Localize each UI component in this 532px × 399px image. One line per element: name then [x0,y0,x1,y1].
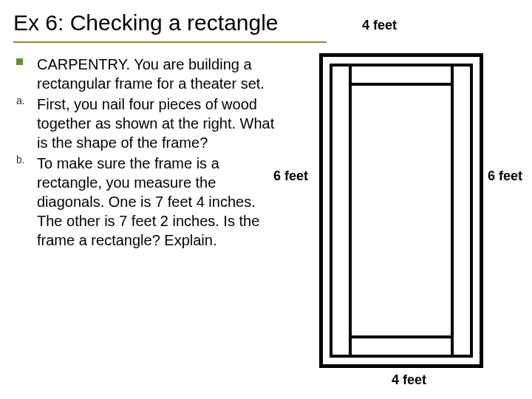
slide: Ex 6: Checking a rectangle 4 feet CARPEN… [0,0,532,399]
frame-figure [319,53,483,368]
marker-a: a. [16,95,37,152]
figure-area: 6 feet 6 feet 4 feet [273,53,525,386]
text-b: To make sure the frame is a rectangle, y… [37,154,279,250]
text-a: First, you nail four pieces of wood toge… [37,95,279,152]
intro-text: CARPENTRY. You are building a rectangula… [37,55,279,93]
marker-b: b. [16,154,37,250]
frame-piece-right [451,64,473,358]
item-b: b. To make sure the frame is a rectangle… [16,154,279,250]
item-intro: CARPENTRY. You are building a rectangula… [16,55,279,93]
label-right: 6 feet [488,168,522,184]
label-bottom: 4 feet [392,372,426,388]
slide-title: Ex 6: Checking a rectangle [13,10,327,43]
frame-piece-left [330,64,352,358]
text-column: CARPENTRY. You are building a rectangula… [13,55,279,251]
item-a: a. First, you nail four pieces of wood t… [16,95,279,152]
label-top: 4 feet [362,18,397,33]
bullet-icon [16,55,37,93]
label-left: 6 feet [273,168,308,184]
